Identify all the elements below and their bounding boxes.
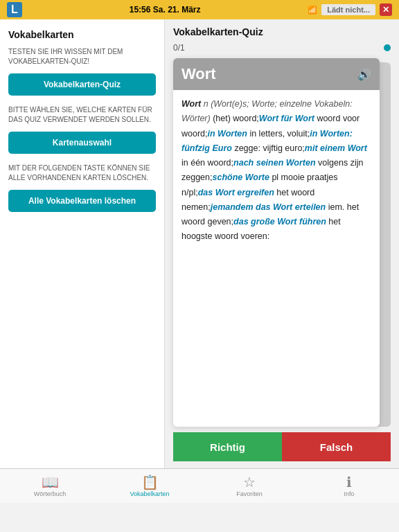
delete-all-button[interactable]: Alle Vokabelkarten löschen — [8, 190, 156, 212]
left-panel: Vokabelkarten TESTEN SIE IHR WISSEN MIT … — [0, 19, 165, 468]
correct-button[interactable]: Richtig — [173, 432, 282, 461]
card-word: Wort — [181, 65, 216, 83]
app-logo: L — [7, 2, 22, 17]
woerterbuch-label: Wörterbuch — [34, 490, 66, 497]
tab-woerterbuch[interactable]: 📖 Wörterbuch — [0, 469, 100, 503]
favoriten-label: Favoriten — [236, 490, 263, 497]
card-header: Wort 🔊 — [173, 58, 380, 90]
status-time: 15:56 Sa. 21. März — [130, 5, 201, 15]
card-body: Wort n (Wort(e)s; Worte; einzelne Vokabe… — [173, 90, 380, 424]
woerterbuch-icon: 📖 — [42, 475, 59, 489]
wifi-icon: 📶 — [308, 6, 317, 15]
quiz-counter: 0/1 — [173, 43, 391, 53]
status-right: 📶 Lädt nicht... ✕ — [308, 3, 392, 16]
tab-favoriten[interactable]: ☆ Favoriten — [200, 469, 299, 503]
info-icon: ℹ — [346, 475, 352, 489]
quiz-button[interactable]: Vokabelkarten-Quiz — [8, 73, 156, 96]
tab-vokabelkarten[interactable]: 📋 Vokabelkarten — [100, 469, 200, 503]
status-left: L — [7, 2, 22, 17]
answer-buttons: Richtig Falsch — [173, 432, 391, 461]
tab-info[interactable]: ℹ Info — [299, 469, 399, 503]
speaker-icon[interactable]: 🔊 — [357, 68, 371, 81]
status-bar: L 15:56 Sa. 21. März 📶 Lädt nicht... ✕ — [0, 0, 399, 19]
vokabelkarten-icon: 📋 — [141, 475, 159, 489]
quiz-dot — [384, 44, 391, 51]
desc-kartenauswahl: BITTE WÄHLEN SIE, WELCHE KARTEN FÜR DAS … — [8, 105, 156, 125]
favoriten-icon: ☆ — [243, 475, 256, 489]
main-content: Vokabelkarten TESTEN SIE IHR WISSEN MIT … — [0, 19, 399, 468]
tab-bar: 📖 Wörterbuch 📋 Vokabelkarten ☆ Favoriten… — [0, 468, 399, 503]
loading-indicator: Lädt nicht... — [321, 4, 375, 15]
left-panel-title: Vokabelkarten — [8, 29, 156, 40]
vokabelkarten-label: Vokabelkarten — [130, 490, 169, 497]
desc-quiz: TESTEN SIE IHR WISSEN MIT DEM VOKABELKAR… — [8, 47, 156, 66]
kartenauswahl-button[interactable]: Kartenauswahl — [8, 132, 156, 154]
flashcard[interactable]: Wort 🔊 Wort n (Wort(e)s; Worte; einzelne… — [173, 58, 380, 427]
right-panel-title: Vokabelkarten-Quiz — [173, 26, 391, 37]
info-label: Info — [344, 490, 354, 497]
close-button[interactable]: ✕ — [380, 3, 392, 16]
desc-delete: MIT DER FOLGENDEN TASTE KÖNNEN SIE ALLE … — [8, 163, 156, 183]
right-panel: Vokabelkarten-Quiz 0/1 Wort 🔊 Wort n (Wo… — [165, 19, 399, 468]
wrong-button[interactable]: Falsch — [282, 432, 391, 461]
card-stack: Wort 🔊 Wort n (Wort(e)s; Worte; einzelne… — [173, 58, 391, 427]
